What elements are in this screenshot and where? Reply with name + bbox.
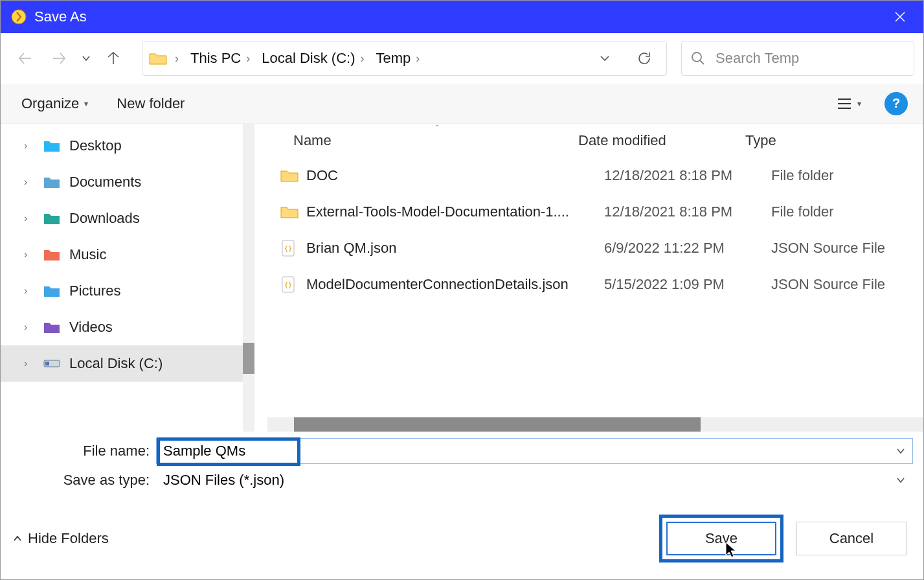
recent-locations-button[interactable] — [77, 43, 95, 74]
up-button[interactable] — [98, 43, 129, 74]
chevron-right-icon: › — [24, 321, 34, 333]
organize-menu[interactable]: Organize▾ — [16, 91, 93, 116]
svg-text:{}: {} — [284, 281, 292, 288]
svg-point-6 — [692, 52, 701, 62]
file-list: ˆ Name Date modified Type DOC12/18/2021 … — [254, 124, 923, 432]
tree-item-downloads[interactable]: ›Downloads — [1, 200, 254, 237]
back-button[interactable] — [10, 43, 41, 74]
chevron-down-icon — [896, 475, 906, 485]
help-button[interactable]: ? — [885, 92, 908, 115]
file-row[interactable]: {}ModelDocumenterConnectionDetails.json5… — [254, 266, 923, 303]
pictures-icon — [43, 284, 60, 298]
tree-item-pictures[interactable]: ›Pictures — [1, 273, 254, 309]
file-name-label: File name: — [14, 443, 150, 459]
column-name[interactable]: Name — [293, 132, 578, 149]
folder-icon — [149, 51, 167, 65]
tree-item-disk[interactable]: ›Local Disk (C:) — [1, 345, 254, 382]
save-type-value: JSON Files (*.json) — [163, 472, 284, 489]
tree-item-label: Videos — [69, 319, 113, 336]
folder-icon — [280, 168, 306, 183]
tree-scrollbar[interactable] — [243, 124, 254, 432]
tree-item-label: Music — [69, 246, 106, 263]
breadcrumb-this-pc[interactable]: This PC› — [186, 47, 255, 69]
body: ›Desktop›Documents›Downloads›Music›Pictu… — [1, 124, 923, 432]
chevron-right-icon: › — [24, 213, 34, 224]
chevron-right-icon: › — [24, 140, 34, 152]
breadcrumb-local-disk[interactable]: Local Disk (C:)› — [258, 47, 369, 69]
forward-button[interactable] — [43, 43, 74, 74]
file-row[interactable]: External-Tools-Model-Documentation-1....… — [254, 194, 923, 230]
svg-rect-12 — [45, 362, 49, 365]
desktop-icon — [43, 139, 60, 153]
file-date: 12/18/2021 8:18 PM — [604, 203, 771, 220]
file-date: 6/9/2022 11:22 PM — [604, 240, 771, 257]
breadcrumb-temp[interactable]: Temp› — [372, 47, 425, 69]
chevron-right-icon: › — [414, 52, 421, 65]
address-dropdown[interactable] — [599, 52, 622, 64]
tree-item-label: Pictures — [69, 283, 120, 299]
tree-item-desktop[interactable]: ›Desktop — [1, 128, 254, 164]
save-button[interactable]: Save — [666, 522, 776, 555]
cancel-button[interactable]: Cancel — [796, 522, 907, 555]
arrow-left-icon — [17, 50, 34, 67]
breadcrumb-sep[interactable]: › — [170, 49, 184, 68]
column-type[interactable]: Type — [745, 132, 923, 149]
tree-item-documents[interactable]: ›Documents — [1, 164, 254, 200]
new-folder-button[interactable]: New folder — [111, 91, 190, 116]
file-name-combo[interactable] — [156, 438, 913, 464]
app-icon — [10, 8, 28, 26]
downloads-icon — [43, 211, 60, 226]
search-icon — [691, 51, 705, 65]
column-date-modified[interactable]: Date modified — [578, 132, 745, 149]
cursor-icon — [725, 541, 738, 558]
file-row[interactable]: DOC12/18/2021 8:18 PMFile folder — [254, 157, 923, 194]
json-file-icon: {} — [280, 239, 306, 257]
address-bar[interactable]: › This PC› Local Disk (C:)› Temp› — [142, 41, 667, 76]
svg-text:{}: {} — [284, 245, 292, 252]
chevron-right-icon: › — [24, 176, 34, 188]
file-type: JSON Source File — [771, 240, 923, 257]
tree-scrollbar-thumb[interactable] — [243, 343, 254, 374]
file-row[interactable]: {}Brian QM.json6/9/2022 11:22 PMJSON Sou… — [254, 230, 923, 266]
tree-item-videos[interactable]: ›Videos — [1, 309, 254, 345]
file-name: DOC — [306, 167, 604, 184]
hide-folders-button[interactable]: Hide Folders — [12, 530, 109, 547]
file-type: JSON Source File — [771, 276, 923, 293]
column-headers: Name Date modified Type — [254, 124, 923, 157]
chevron-down-icon[interactable] — [889, 446, 912, 456]
view-options-button[interactable]: ▾ — [831, 93, 866, 114]
tree-item-label: Downloads — [69, 210, 140, 227]
close-button[interactable] — [881, 1, 919, 33]
chevron-right-icon: › — [24, 358, 34, 369]
tree-item-label: Documents — [69, 174, 141, 191]
chevron-right-icon: › — [24, 285, 34, 297]
chevron-down-icon: ▾ — [84, 99, 88, 108]
tree-item-music[interactable]: ›Music — [1, 237, 254, 273]
save-type-row: Save as type: JSON Files (*.json) — [1, 467, 923, 495]
disk-icon — [43, 356, 60, 371]
file-name-input[interactable] — [159, 440, 289, 462]
refresh-button[interactable] — [629, 43, 660, 74]
file-date: 12/18/2021 8:18 PM — [604, 167, 771, 184]
svg-line-7 — [700, 60, 704, 64]
horizontal-scrollbar-thumb[interactable] — [294, 417, 701, 432]
file-name: ModelDocumenterConnectionDetails.json — [306, 276, 604, 293]
arrow-up-icon — [105, 50, 122, 67]
toolbar: Organize▾ New folder ▾ ? — [1, 84, 923, 124]
chevron-right-icon: › — [174, 52, 180, 65]
search-box[interactable] — [681, 41, 914, 76]
videos-icon — [43, 320, 60, 334]
music-icon — [43, 248, 60, 262]
refresh-icon — [637, 51, 652, 66]
chevron-down-icon — [81, 53, 91, 64]
file-name: Brian QM.json — [306, 240, 604, 257]
save-type-label: Save as type: — [14, 472, 150, 489]
save-type-combo[interactable]: JSON Files (*.json) — [156, 468, 913, 493]
help-icon: ? — [892, 96, 900, 111]
horizontal-scrollbar[interactable] — [267, 417, 923, 432]
tree-item-label: Desktop — [69, 137, 122, 154]
chevron-right-icon: › — [24, 249, 34, 261]
file-date: 5/15/2022 1:09 PM — [604, 276, 771, 293]
search-input[interactable] — [714, 49, 905, 67]
chevron-right-icon: › — [359, 52, 366, 65]
